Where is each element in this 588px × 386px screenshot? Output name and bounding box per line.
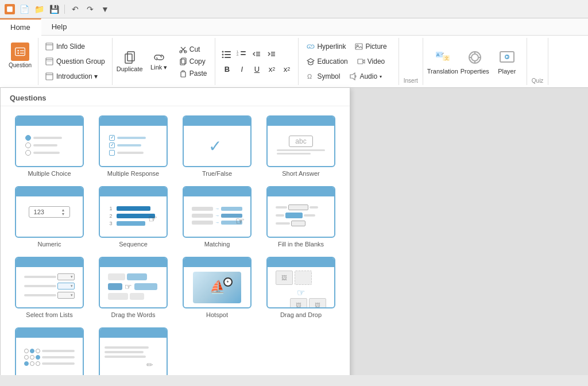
duplicate-button[interactable]: Duplicate [117, 44, 142, 79]
dnd-area: 🖼 ☞ 🖼 🖼 [276, 271, 326, 308]
bold-button[interactable]: B [220, 63, 234, 75]
audio-button[interactable]: Audio ▾ [346, 70, 386, 83]
ribbon: Home Help Question Info Slide [0, 18, 588, 88]
card-header [268, 117, 334, 126]
card-body: ✓ ✓ [100, 126, 167, 166]
svg-rect-23 [225, 51, 231, 52]
cut-label: Cut [189, 45, 200, 53]
svg-rect-10 [47, 61, 52, 62]
numeric-card: 123 ▲▼ [15, 186, 84, 238]
new-button[interactable]: 📄 [18, 3, 30, 15]
card-header [100, 187, 167, 196]
bullets-button[interactable] [220, 48, 234, 60]
mr-lines: ✓ ✓ [109, 135, 157, 157]
card-body [16, 126, 83, 166]
card-header [16, 117, 83, 126]
redo-button[interactable]: ↷ [84, 3, 96, 15]
drag-words-item[interactable]: ☞ Drag the Words [94, 254, 173, 321]
video-label: Video [368, 57, 385, 65]
likert-card [15, 327, 84, 375]
fill-blanks-card [266, 186, 335, 238]
fill-blanks-item[interactable]: Fill in the Blanks [261, 184, 341, 250]
hotspot-label: Hotspot [206, 311, 228, 318]
translation-button[interactable]: A文 Translation [428, 44, 458, 79]
matching-item[interactable]: → → → [177, 184, 257, 250]
essay-item[interactable]: ✏ Essay [94, 325, 173, 375]
svg-rect-25 [225, 54, 231, 55]
svg-text:文: 文 [444, 56, 449, 61]
education-button[interactable]: Education [303, 55, 351, 68]
app-icon [5, 4, 15, 14]
question-label: Question [9, 62, 32, 69]
svg-rect-27 [225, 57, 231, 58]
drag-drop-item[interactable]: 🖼 ☞ 🖼 🖼 Drag and [261, 254, 341, 321]
svg-rect-40 [358, 59, 363, 64]
drag-word-content: ☞ [108, 273, 158, 302]
copy-button[interactable]: Copy [176, 56, 211, 67]
subscript-button[interactable]: x2 [265, 63, 278, 75]
undo-button[interactable]: ↶ [69, 3, 81, 15]
duplicate-label: Duplicate [117, 65, 143, 72]
italic-button[interactable]: I [235, 63, 249, 75]
sequence-item[interactable]: 1 2 3 ☞ Sequence [94, 184, 173, 250]
increase-indent-button[interactable] [265, 48, 278, 60]
card-header [100, 117, 167, 126]
copy-label: Copy [189, 57, 206, 65]
card-header [16, 187, 83, 196]
introduction-button[interactable]: Introduction ▾ [43, 70, 107, 83]
abc-lines [277, 149, 324, 156]
tab-home[interactable]: Home [0, 18, 41, 36]
insert-group: Hyperlink Picture Education Video [299, 38, 399, 85]
drag-drop-label: Drag and Drop [280, 311, 322, 318]
tab-help[interactable]: Help [41, 18, 78, 35]
customize-button[interactable]: ▼ [99, 3, 111, 15]
properties-button[interactable]: Properties [460, 44, 490, 79]
card-body: 1 2 3 ☞ [100, 196, 167, 237]
card-body: ☞ [100, 267, 167, 307]
clipboard-group: Duplicate Link ▾ Cut Copy Paste [113, 38, 216, 85]
true-false-label: True/False [202, 170, 232, 177]
hotspot-image: ⛵ + [193, 272, 241, 303]
video-button[interactable]: Video [354, 55, 394, 68]
picture-button[interactable]: Picture [351, 40, 392, 53]
player-button[interactable]: Player [492, 44, 522, 79]
likert-item[interactable]: Likert Scale [10, 325, 89, 375]
paste-button[interactable]: Paste [176, 68, 211, 79]
question-group-button[interactable]: Question Group [43, 55, 107, 68]
hotspot-item[interactable]: ⛵ + Hotspot [177, 254, 257, 321]
likert-lines [24, 349, 75, 368]
multiple-response-item[interactable]: ✓ ✓ Multiple Response [94, 113, 173, 179]
true-false-item[interactable]: ✓ True/False [177, 113, 257, 179]
hyperlink-button[interactable]: Hyperlink [303, 40, 349, 53]
drag-words-card: ☞ [99, 257, 168, 308]
numeric-item[interactable]: 123 ▲▼ Numeric [10, 184, 89, 250]
questions-grid: Multiple Choice ✓ ✓ Multiple Response [1, 106, 350, 375]
card-body: abc [268, 126, 334, 166]
card-body: ⛵ + [184, 267, 250, 307]
main-area: Questions Multiple Choice [0, 88, 588, 375]
underline-button[interactable]: U [250, 63, 264, 75]
svg-rect-14 [125, 54, 132, 63]
question-button[interactable]: Question [5, 40, 36, 71]
select-lists-item[interactable]: ▾ ▾ ▾ Select from [10, 254, 89, 321]
save-button[interactable]: 💾 [48, 3, 60, 15]
cut-button[interactable]: Cut [176, 44, 211, 55]
multiple-choice-item[interactable]: Multiple Choice [10, 113, 89, 179]
quiz-group: A文 Translation Properties Player [423, 38, 527, 85]
decrease-indent-button[interactable] [250, 48, 264, 60]
audio-label: Audio [359, 72, 377, 80]
multiple-response-card: ✓ ✓ [99, 115, 168, 167]
link-label: Link ▾ [150, 64, 167, 71]
info-slide-button[interactable]: Info Slide [43, 40, 107, 53]
svg-point-3 [17, 52, 19, 54]
link-button[interactable]: Link ▾ [145, 44, 173, 79]
numbered-button[interactable]: 1.2. [235, 48, 249, 60]
card-body: → → → [184, 196, 250, 237]
matching-label: Matching [204, 241, 230, 248]
superscript-button[interactable]: x2 [280, 63, 293, 75]
ribbon-content: Question Info Slide Question Group [0, 36, 588, 87]
match-cursor: ☞ [235, 215, 245, 227]
short-answer-item[interactable]: abc Short Answer [261, 113, 341, 179]
symbol-button[interactable]: Ω Symbol [303, 70, 343, 83]
open-button[interactable]: 📁 [33, 3, 45, 15]
